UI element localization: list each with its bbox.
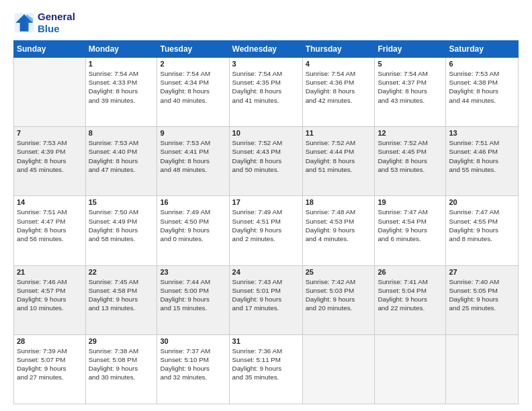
day-number: 16: [160, 198, 226, 206]
day-info: Sunrise: 7:53 AM Sunset: 4:39 PM Dayligh…: [17, 138, 83, 174]
day-info: Sunrise: 7:54 AM Sunset: 4:35 PM Dayligh…: [232, 69, 300, 105]
day-number: 23: [160, 268, 226, 276]
day-info: Sunrise: 7:53 AM Sunset: 4:40 PM Dayligh…: [89, 138, 154, 174]
day-number: 27: [449, 268, 515, 276]
calendar-cell: 5Sunrise: 7:54 AM Sunset: 4:37 PM Daylig…: [375, 58, 446, 127]
day-number: 2: [160, 60, 226, 68]
day-info: Sunrise: 7:39 AM Sunset: 5:07 PM Dayligh…: [17, 347, 83, 382]
day-info: Sunrise: 7:50 AM Sunset: 4:49 PM Dayligh…: [89, 208, 154, 243]
day-number: 5: [378, 60, 443, 68]
calendar-cell: 18Sunrise: 7:48 AM Sunset: 4:53 PM Dayli…: [302, 196, 375, 265]
weekday-header-thursday: Thursday: [302, 41, 375, 58]
calendar-cell: 26Sunrise: 7:41 AM Sunset: 5:04 PM Dayli…: [375, 265, 446, 334]
day-info: Sunrise: 7:54 AM Sunset: 4:37 PM Dayligh…: [378, 69, 443, 105]
day-info: Sunrise: 7:46 AM Sunset: 4:57 PM Dayligh…: [17, 277, 83, 313]
day-info: Sunrise: 7:54 AM Sunset: 4:36 PM Dayligh…: [306, 69, 372, 105]
calendar-page: General Blue SundayMondayTuesdayWednesda…: [0, 0, 532, 411]
week-row-3: 14Sunrise: 7:51 AM Sunset: 4:47 PM Dayli…: [14, 196, 519, 265]
day-number: 12: [378, 129, 443, 137]
calendar-cell: 29Sunrise: 7:38 AM Sunset: 5:08 PM Dayli…: [85, 334, 157, 404]
day-number: 28: [17, 337, 83, 345]
calendar-cell: 6Sunrise: 7:53 AM Sunset: 4:38 PM Daylig…: [446, 58, 519, 127]
calendar-table: SundayMondayTuesdayWednesdayThursdayFrid…: [13, 40, 519, 404]
weekday-header-tuesday: Tuesday: [157, 41, 229, 58]
calendar-cell: 27Sunrise: 7:40 AM Sunset: 5:05 PM Dayli…: [446, 265, 519, 334]
calendar-cell: 3Sunrise: 7:54 AM Sunset: 4:35 PM Daylig…: [229, 58, 302, 127]
day-info: Sunrise: 7:41 AM Sunset: 5:04 PM Dayligh…: [378, 277, 443, 313]
day-number: 17: [232, 198, 300, 206]
weekday-header-sunday: Sunday: [14, 41, 86, 58]
calendar-cell: 9Sunrise: 7:53 AM Sunset: 4:41 PM Daylig…: [157, 127, 229, 196]
day-number: 13: [449, 129, 515, 137]
calendar-cell: 16Sunrise: 7:49 AM Sunset: 4:50 PM Dayli…: [157, 196, 229, 265]
day-info: Sunrise: 7:51 AM Sunset: 4:47 PM Dayligh…: [17, 208, 83, 243]
weekday-header-friday: Friday: [375, 41, 446, 58]
day-number: 1: [89, 60, 154, 68]
day-info: Sunrise: 7:48 AM Sunset: 4:53 PM Dayligh…: [306, 208, 372, 243]
day-info: Sunrise: 7:52 AM Sunset: 4:43 PM Dayligh…: [232, 138, 300, 174]
day-info: Sunrise: 7:36 AM Sunset: 5:11 PM Dayligh…: [232, 347, 300, 382]
day-info: Sunrise: 7:38 AM Sunset: 5:08 PM Dayligh…: [89, 347, 154, 382]
day-number: 25: [306, 268, 372, 276]
calendar-cell: 10Sunrise: 7:52 AM Sunset: 4:43 PM Dayli…: [229, 127, 302, 196]
day-info: Sunrise: 7:52 AM Sunset: 4:44 PM Dayligh…: [306, 138, 372, 174]
calendar-cell: 31Sunrise: 7:36 AM Sunset: 5:11 PM Dayli…: [229, 334, 302, 404]
page-header: General Blue: [13, 11, 519, 35]
calendar-cell: 7Sunrise: 7:53 AM Sunset: 4:39 PM Daylig…: [14, 127, 86, 196]
day-info: Sunrise: 7:42 AM Sunset: 5:03 PM Dayligh…: [306, 277, 372, 313]
day-info: Sunrise: 7:49 AM Sunset: 4:51 PM Dayligh…: [232, 208, 300, 243]
day-info: Sunrise: 7:45 AM Sunset: 4:58 PM Dayligh…: [89, 277, 154, 313]
day-number: 26: [378, 268, 443, 276]
day-info: Sunrise: 7:51 AM Sunset: 4:46 PM Dayligh…: [449, 138, 515, 174]
day-number: 7: [17, 129, 83, 137]
day-number: 3: [232, 60, 300, 68]
logo-icon: [13, 12, 35, 34]
calendar-cell: 1Sunrise: 7:54 AM Sunset: 4:33 PM Daylig…: [85, 58, 157, 127]
calendar-cell: 8Sunrise: 7:53 AM Sunset: 4:40 PM Daylig…: [85, 127, 157, 196]
weekday-header-saturday: Saturday: [446, 41, 519, 58]
day-info: Sunrise: 7:44 AM Sunset: 5:00 PM Dayligh…: [160, 277, 226, 313]
weekday-header-wednesday: Wednesday: [229, 41, 302, 58]
day-number: 19: [378, 198, 443, 206]
day-info: Sunrise: 7:52 AM Sunset: 4:45 PM Dayligh…: [378, 138, 443, 174]
day-info: Sunrise: 7:54 AM Sunset: 4:33 PM Dayligh…: [89, 69, 154, 105]
day-number: 6: [449, 60, 515, 68]
calendar-cell: 28Sunrise: 7:39 AM Sunset: 5:07 PM Dayli…: [14, 334, 86, 404]
day-info: Sunrise: 7:53 AM Sunset: 4:41 PM Dayligh…: [160, 138, 226, 174]
week-row-4: 21Sunrise: 7:46 AM Sunset: 4:57 PM Dayli…: [14, 265, 519, 334]
day-info: Sunrise: 7:37 AM Sunset: 5:10 PM Dayligh…: [160, 347, 226, 382]
day-number: 9: [160, 129, 226, 137]
calendar-cell: [375, 334, 446, 404]
day-number: 31: [232, 337, 300, 345]
calendar-cell: 21Sunrise: 7:46 AM Sunset: 4:57 PM Dayli…: [14, 265, 86, 334]
calendar-cell: [14, 58, 86, 127]
calendar-cell: 11Sunrise: 7:52 AM Sunset: 4:44 PM Dayli…: [302, 127, 375, 196]
weekday-header-row: SundayMondayTuesdayWednesdayThursdayFrid…: [14, 41, 519, 58]
logo: General Blue: [13, 11, 75, 35]
calendar-cell: 23Sunrise: 7:44 AM Sunset: 5:00 PM Dayli…: [157, 265, 229, 334]
calendar-cell: 17Sunrise: 7:49 AM Sunset: 4:51 PM Dayli…: [229, 196, 302, 265]
calendar-cell: 14Sunrise: 7:51 AM Sunset: 4:47 PM Dayli…: [14, 196, 86, 265]
day-number: 4: [306, 60, 372, 68]
calendar-cell: 4Sunrise: 7:54 AM Sunset: 4:36 PM Daylig…: [302, 58, 375, 127]
day-info: Sunrise: 7:54 AM Sunset: 4:34 PM Dayligh…: [160, 69, 226, 105]
calendar-cell: 13Sunrise: 7:51 AM Sunset: 4:46 PM Dayli…: [446, 127, 519, 196]
day-number: 18: [306, 198, 372, 206]
calendar-cell: 12Sunrise: 7:52 AM Sunset: 4:45 PM Dayli…: [375, 127, 446, 196]
calendar-cell: [302, 334, 375, 404]
calendar-cell: [446, 334, 519, 404]
day-number: 11: [306, 129, 372, 137]
calendar-cell: 20Sunrise: 7:47 AM Sunset: 4:55 PM Dayli…: [446, 196, 519, 265]
weekday-header-monday: Monday: [85, 41, 157, 58]
day-number: 21: [17, 268, 83, 276]
day-info: Sunrise: 7:47 AM Sunset: 4:55 PM Dayligh…: [449, 208, 515, 243]
day-info: Sunrise: 7:53 AM Sunset: 4:38 PM Dayligh…: [449, 69, 515, 105]
day-number: 20: [449, 198, 515, 206]
week-row-5: 28Sunrise: 7:39 AM Sunset: 5:07 PM Dayli…: [14, 334, 519, 404]
day-number: 14: [17, 198, 83, 206]
calendar-cell: 24Sunrise: 7:43 AM Sunset: 5:01 PM Dayli…: [229, 265, 302, 334]
day-info: Sunrise: 7:49 AM Sunset: 4:50 PM Dayligh…: [160, 208, 226, 243]
week-row-1: 1Sunrise: 7:54 AM Sunset: 4:33 PM Daylig…: [14, 58, 519, 127]
day-number: 29: [89, 337, 154, 345]
logo-text: General Blue: [38, 11, 75, 35]
